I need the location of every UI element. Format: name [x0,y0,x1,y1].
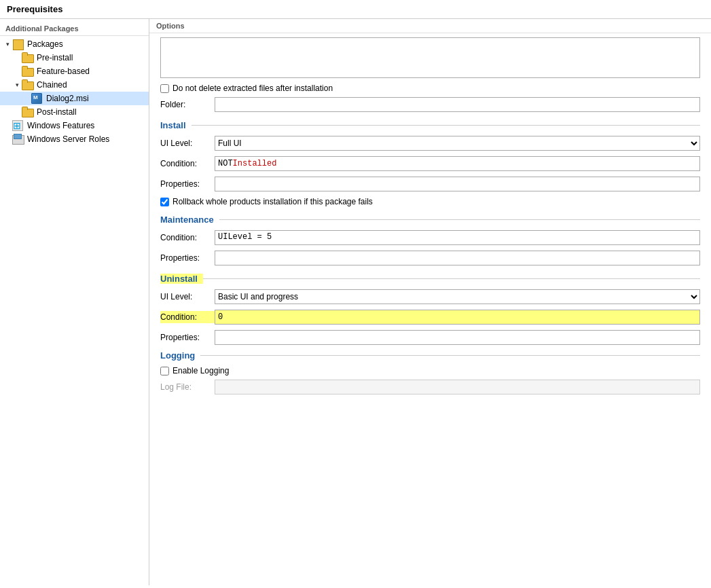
label-feature-based: Feature-based [37,67,90,76]
top-textarea[interactable] [160,37,700,78]
enable-logging-label: Enable Logging [172,366,229,375]
maintenance-condition-label: Condition: [160,233,215,242]
tree-item-windows-server-roles[interactable]: Windows Server Roles [0,132,149,146]
log-file-input[interactable] [215,380,700,394]
logging-section-header: Logging [160,350,700,361]
page-title: Prerequisites [7,4,62,14]
do-not-delete-label: Do not delete extracted files after inst… [172,84,333,93]
log-file-row: Log File: [160,380,700,394]
maintenance-section-line [219,219,700,220]
install-uilevel-label: UI Level: [160,139,215,148]
folder-icon-chained [22,79,34,90]
rollback-label: Rollback whole products installation if … [172,197,373,206]
uninstall-properties-input[interactable] [215,330,700,345]
label-post-install: Post-install [37,107,77,117]
folder-icon-pre-install [22,52,34,63]
enable-logging-checkbox[interactable] [160,367,169,375]
packages-icon [12,39,24,50]
uninstall-section-line [203,278,700,279]
install-properties-row: Properties: [160,177,700,191]
install-section-title: Install [160,120,192,130]
install-properties-input[interactable] [215,177,700,191]
install-section-header: Install [160,120,700,130]
maintenance-properties-row: Properties: [160,251,700,265]
uninstall-section-header: Uninstall [160,274,700,284]
maintenance-properties-input[interactable] [215,251,700,265]
label-pre-install: Pre-install [37,53,73,62]
maintenance-condition-row: Condition: UILevel = 5 [160,230,700,245]
do-not-delete-checkbox[interactable] [160,84,169,93]
rollback-checkbox[interactable] [160,198,169,206]
logging-section-line [200,355,700,356]
options-header: Options [149,19,711,33]
install-properties-label: Properties: [160,179,215,189]
uninstall-uilevel-row: UI Level: Full UI Basic UI No UI Reduced… [160,289,700,304]
label-dialog2msi: Dialog2.msi [46,94,89,103]
enable-logging-row: Enable Logging [160,366,700,375]
label-chained: Chained [37,80,67,90]
top-bar: Prerequisites [0,0,711,19]
left-panel: Additional Packages ▾ Packages Pre-insta… [0,19,149,585]
folder-icon-feature-based [22,66,34,77]
condition-not: NOT [218,159,233,168]
label-packages: Packages [27,39,63,49]
uninstall-properties-row: Properties: [160,330,700,345]
label-windows-features: Windows Features [27,121,94,130]
maintenance-section-header: Maintenance [160,215,700,225]
uninstall-condition-wrap [215,310,700,325]
uninstall-properties-label: Properties: [160,333,215,342]
arrow-chained: ▾ [12,81,22,88]
install-uilevel-select[interactable]: Full UI Basic UI No UI Reduced UI Basic … [215,136,700,151]
install-section-line [192,125,700,126]
right-panel: Options Do not delete extracted files af… [149,19,711,585]
uninstall-section-title: Uninstall [160,274,203,284]
folder-label: Folder: [160,100,215,109]
maintenance-properties-label: Properties: [160,253,215,263]
log-file-label: Log File: [160,382,215,392]
maintenance-condition-value[interactable]: UILevel = 5 [215,230,700,245]
tree-item-dialog2msi[interactable]: Dialog2.msi [0,92,149,105]
uninstall-uilevel-label: UI Level: [160,292,215,301]
folder-input[interactable] [215,97,700,112]
maintenance-condition-text: UILevel = 5 [218,232,272,242]
uninstall-uilevel-select[interactable]: Full UI Basic UI No UI Reduced UI Basic … [215,289,700,304]
install-condition-row: Condition: NOT Installed [160,156,700,171]
folder-row: Folder: [160,97,700,112]
winfeatures-icon [12,120,24,131]
uninstall-condition-label: Condition: [160,311,215,323]
do-not-delete-row: Do not delete extracted files after inst… [160,84,700,93]
folder-icon-post-install [22,107,34,117]
uninstall-condition-input[interactable] [215,310,699,324]
install-condition-label: Condition: [160,159,215,168]
maintenance-section-title: Maintenance [160,215,219,225]
content-area: Do not delete extracted files after inst… [149,37,711,401]
rollback-row: Rollback whole products installation if … [160,197,700,206]
tree-item-chained[interactable]: ▾ Chained [0,78,149,92]
install-uilevel-row: UI Level: Full UI Basic UI No UI Reduced… [160,136,700,151]
tree-item-feature-based[interactable]: Feature-based [0,65,149,78]
winserver-icon [12,134,24,145]
label-windows-server-roles: Windows Server Roles [27,134,109,144]
uninstall-condition-row: Condition: [160,310,700,325]
tree-item-pre-install[interactable]: Pre-install [0,51,149,65]
arrow-packages: ▾ [3,41,12,48]
tree-item-packages[interactable]: ▾ Packages [0,37,149,51]
logging-section-title: Logging [160,350,200,361]
condition-installed: Installed [233,159,277,168]
tree-item-windows-features[interactable]: Windows Features [0,119,149,132]
left-panel-header: Additional Packages [0,22,149,36]
install-condition-value[interactable]: NOT Installed [215,156,700,171]
msi-icon [31,93,43,104]
tree-item-post-install[interactable]: Post-install [0,105,149,119]
